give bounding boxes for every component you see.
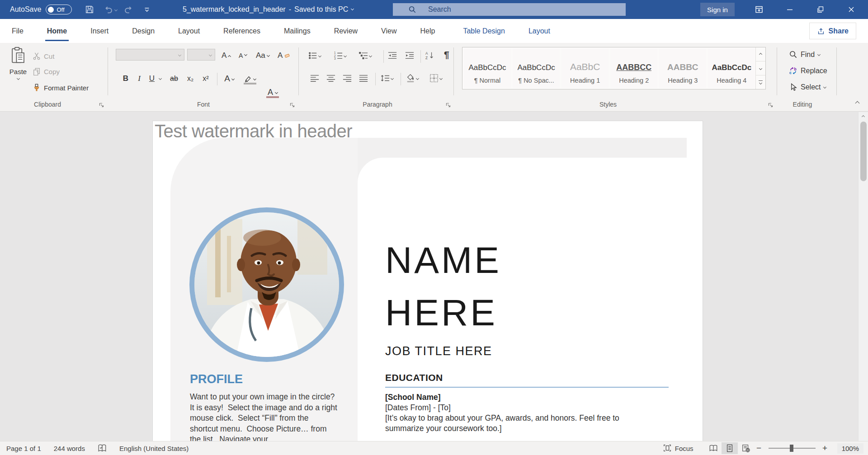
font-color-button[interactable]: A xyxy=(266,85,279,99)
tab-file[interactable]: File xyxy=(0,19,35,43)
zoom-out-button[interactable]: − xyxy=(754,443,764,453)
increase-indent-button[interactable] xyxy=(405,51,414,60)
zoom-level[interactable]: 100% xyxy=(837,443,863,454)
customize-quick-access-button[interactable] xyxy=(143,6,151,13)
vertical-scrollbar[interactable] xyxy=(858,112,868,441)
line-spacing-button[interactable] xyxy=(381,74,393,83)
sort-button[interactable]: A Z xyxy=(425,51,434,60)
zoom-slider-thumb[interactable] xyxy=(790,445,793,452)
paragraph-dialog-launcher[interactable] xyxy=(445,102,451,108)
grow-font-button[interactable]: A xyxy=(222,49,231,61)
autosave-toggle[interactable]: Off xyxy=(46,5,72,14)
tab-review[interactable]: Review xyxy=(322,19,369,43)
find-button[interactable]: Find xyxy=(789,50,820,59)
page-indicator[interactable]: Page 1 of 1 xyxy=(6,445,41,452)
close-button[interactable] xyxy=(840,0,863,19)
font-size-select[interactable] xyxy=(187,49,215,61)
justify-button[interactable] xyxy=(359,74,368,83)
style-heading-2[interactable]: AABBCC Heading 2 xyxy=(610,49,657,88)
focus-mode-button[interactable]: Focus xyxy=(663,444,693,453)
web-layout-button[interactable] xyxy=(738,442,754,454)
underline-button[interactable]: U xyxy=(147,72,156,85)
subscript-button[interactable]: x₂ xyxy=(184,72,196,85)
style-no-spacing[interactable]: AaBbCcDc ¶ No Spac... xyxy=(513,49,560,88)
clear-formatting-button[interactable]: A xyxy=(278,49,290,61)
shrink-font-button[interactable]: A xyxy=(239,49,247,61)
numbering-button[interactable]: 1 2 3 xyxy=(334,51,346,60)
decrease-indent-button[interactable] xyxy=(388,51,397,60)
change-case-button[interactable]: Aa xyxy=(256,49,269,61)
superscript-button[interactable]: x² xyxy=(200,72,212,85)
styles-dialog-launcher[interactable] xyxy=(768,102,774,108)
italic-button[interactable]: I xyxy=(135,72,144,85)
proofing-status-icon[interactable] xyxy=(98,444,107,453)
scrollbar-thumb[interactable] xyxy=(860,122,867,181)
styles-more-button[interactable] xyxy=(756,75,765,89)
profile-photo[interactable] xyxy=(189,207,344,362)
profile-heading[interactable]: PROFILE xyxy=(190,372,243,386)
select-button[interactable]: Select xyxy=(789,83,826,91)
underline-dropdown-icon[interactable] xyxy=(159,77,162,80)
tab-layout[interactable]: Layout xyxy=(166,19,212,43)
style-normal[interactable]: AaBbCcDc ¶ Normal xyxy=(464,49,511,88)
document-title[interactable]: 5_watermark_locked_in_header - Saved to … xyxy=(183,0,354,19)
align-right-button[interactable] xyxy=(343,74,352,83)
language-indicator[interactable]: English (United States) xyxy=(119,445,189,452)
education-description[interactable]: [It’s okay to brag about your GPA, award… xyxy=(385,413,656,434)
multilevel-list-button[interactable] xyxy=(359,51,372,60)
paste-button[interactable]: Paste xyxy=(6,47,30,96)
resume-job-title[interactable]: JOB TITLE HERE xyxy=(385,344,492,358)
font-name-select[interactable] xyxy=(116,49,184,61)
font-dialog-launcher[interactable] xyxy=(289,102,295,108)
shading-button[interactable] xyxy=(406,74,419,83)
word-count[interactable]: 244 words xyxy=(54,445,85,452)
bold-button[interactable]: B xyxy=(120,72,131,85)
tab-home[interactable]: Home xyxy=(35,19,79,43)
tab-table-design[interactable]: Table Design xyxy=(451,19,517,43)
style-heading-3[interactable]: AABBC Heading 3 xyxy=(659,49,706,88)
align-center-button[interactable] xyxy=(326,74,335,83)
education-school[interactable]: [School Name] xyxy=(385,393,441,402)
tab-mailings[interactable]: Mailings xyxy=(272,19,322,43)
highlight-color-button[interactable] xyxy=(243,72,257,85)
tab-view[interactable]: View xyxy=(369,19,408,43)
text-effects-button[interactable]: A xyxy=(222,72,236,85)
replace-button[interactable]: b c Replace xyxy=(789,66,827,75)
tab-help[interactable]: Help xyxy=(408,19,447,43)
align-left-button[interactable] xyxy=(310,74,319,83)
search-box[interactable]: Search xyxy=(393,3,626,16)
profile-body[interactable]: Want to put your own image in the circle… xyxy=(190,392,337,441)
tab-table-layout[interactable]: Layout xyxy=(517,19,562,43)
redo-button[interactable] xyxy=(123,5,133,14)
zoom-in-button[interactable]: + xyxy=(820,443,830,453)
bullets-button[interactable] xyxy=(308,51,321,60)
education-dates[interactable]: [Dates From] - [To] xyxy=(385,403,451,413)
copy-button[interactable]: Copy xyxy=(33,67,60,75)
watermark-text[interactable]: Test watermark in header xyxy=(155,121,352,141)
tab-references[interactable]: References xyxy=(212,19,272,43)
education-heading[interactable]: EDUCATION xyxy=(385,372,443,383)
tab-insert[interactable]: Insert xyxy=(79,19,120,43)
document-canvas[interactable]: Test watermark in header xyxy=(0,112,868,441)
save-button[interactable] xyxy=(85,5,94,14)
read-mode-button[interactable] xyxy=(705,442,722,454)
ribbon-display-options-button[interactable] xyxy=(748,0,770,19)
style-heading-1[interactable]: AaBbC Heading 1 xyxy=(561,49,609,88)
share-button[interactable]: Share xyxy=(809,23,856,39)
style-heading-4[interactable]: AaBbCcDc Heading 4 xyxy=(708,49,755,88)
resume-name[interactable]: NAME HERE xyxy=(385,234,598,339)
styles-scroll-up-button[interactable] xyxy=(756,47,765,61)
restore-window-button[interactable] xyxy=(809,0,832,19)
scrollbar-up-button[interactable] xyxy=(859,112,868,121)
format-painter-button[interactable]: Format Painter xyxy=(33,84,89,92)
clipboard-dialog-launcher[interactable] xyxy=(99,102,104,108)
document-page[interactable]: Test watermark in header xyxy=(152,121,703,441)
tab-design[interactable]: Design xyxy=(120,19,166,43)
collapse-ribbon-button[interactable] xyxy=(855,101,860,106)
minimize-button[interactable] xyxy=(778,0,801,19)
undo-button[interactable] xyxy=(104,5,117,14)
cut-button[interactable]: Cut xyxy=(33,52,54,60)
borders-button[interactable] xyxy=(429,74,442,83)
strikethrough-button[interactable]: ab xyxy=(168,72,180,85)
sign-in-button[interactable]: Sign in xyxy=(700,3,735,16)
